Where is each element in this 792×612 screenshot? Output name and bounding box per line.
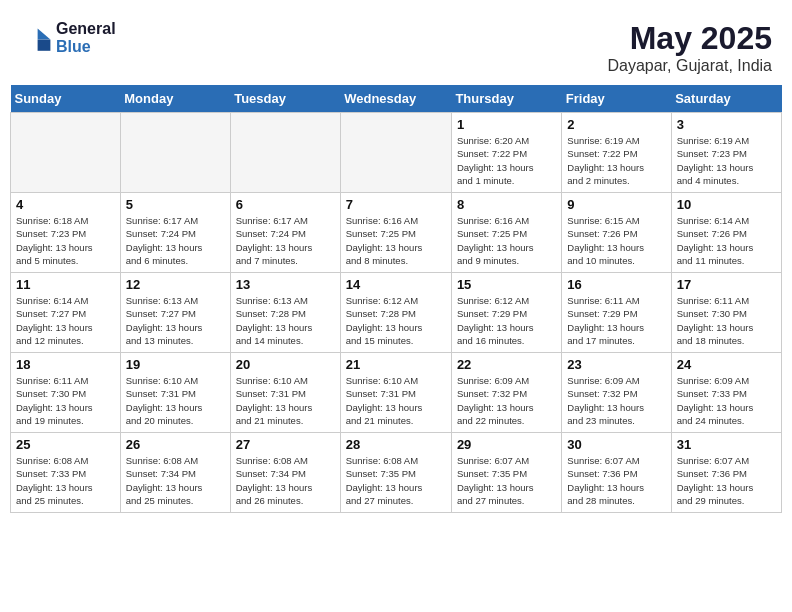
day-info: Sunrise: 6:09 AM Sunset: 7:33 PM Dayligh… — [677, 374, 776, 427]
calendar-cell: 6Sunrise: 6:17 AM Sunset: 7:24 PM Daylig… — [230, 193, 340, 273]
day-info: Sunrise: 6:14 AM Sunset: 7:27 PM Dayligh… — [16, 294, 115, 347]
location-text: Dayapar, Gujarat, India — [607, 57, 772, 75]
day-info: Sunrise: 6:16 AM Sunset: 7:25 PM Dayligh… — [346, 214, 446, 267]
calendar-cell — [120, 113, 230, 193]
calendar-cell — [230, 113, 340, 193]
logo-icon — [20, 22, 52, 54]
day-number: 4 — [16, 197, 115, 212]
calendar-cell: 30Sunrise: 6:07 AM Sunset: 7:36 PM Dayli… — [562, 433, 671, 513]
day-info: Sunrise: 6:17 AM Sunset: 7:24 PM Dayligh… — [236, 214, 335, 267]
day-number: 14 — [346, 277, 446, 292]
day-number: 11 — [16, 277, 115, 292]
calendar-cell: 7Sunrise: 6:16 AM Sunset: 7:25 PM Daylig… — [340, 193, 451, 273]
calendar-cell: 25Sunrise: 6:08 AM Sunset: 7:33 PM Dayli… — [11, 433, 121, 513]
calendar-cell: 2Sunrise: 6:19 AM Sunset: 7:22 PM Daylig… — [562, 113, 671, 193]
calendar-week-3: 11Sunrise: 6:14 AM Sunset: 7:27 PM Dayli… — [11, 273, 782, 353]
calendar-cell: 5Sunrise: 6:17 AM Sunset: 7:24 PM Daylig… — [120, 193, 230, 273]
month-title: May 2025 — [607, 20, 772, 57]
calendar-table: SundayMondayTuesdayWednesdayThursdayFrid… — [10, 85, 782, 513]
day-info: Sunrise: 6:16 AM Sunset: 7:25 PM Dayligh… — [457, 214, 556, 267]
day-number: 23 — [567, 357, 665, 372]
day-number: 21 — [346, 357, 446, 372]
logo-blue-text: Blue — [56, 38, 116, 56]
calendar-cell: 22Sunrise: 6:09 AM Sunset: 7:32 PM Dayli… — [451, 353, 561, 433]
calendar-cell: 4Sunrise: 6:18 AM Sunset: 7:23 PM Daylig… — [11, 193, 121, 273]
weekday-header-saturday: Saturday — [671, 85, 781, 113]
logo: General Blue — [20, 20, 116, 55]
calendar-cell: 14Sunrise: 6:12 AM Sunset: 7:28 PM Dayli… — [340, 273, 451, 353]
day-info: Sunrise: 6:07 AM Sunset: 7:36 PM Dayligh… — [677, 454, 776, 507]
calendar-cell: 17Sunrise: 6:11 AM Sunset: 7:30 PM Dayli… — [671, 273, 781, 353]
day-info: Sunrise: 6:13 AM Sunset: 7:28 PM Dayligh… — [236, 294, 335, 347]
day-info: Sunrise: 6:14 AM Sunset: 7:26 PM Dayligh… — [677, 214, 776, 267]
day-number: 13 — [236, 277, 335, 292]
calendar-cell: 3Sunrise: 6:19 AM Sunset: 7:23 PM Daylig… — [671, 113, 781, 193]
day-info: Sunrise: 6:18 AM Sunset: 7:23 PM Dayligh… — [16, 214, 115, 267]
calendar-cell: 15Sunrise: 6:12 AM Sunset: 7:29 PM Dayli… — [451, 273, 561, 353]
title-area: May 2025 Dayapar, Gujarat, India — [607, 20, 772, 75]
day-number: 7 — [346, 197, 446, 212]
day-number: 6 — [236, 197, 335, 212]
calendar-cell: 13Sunrise: 6:13 AM Sunset: 7:28 PM Dayli… — [230, 273, 340, 353]
day-number: 17 — [677, 277, 776, 292]
day-number: 10 — [677, 197, 776, 212]
day-info: Sunrise: 6:10 AM Sunset: 7:31 PM Dayligh… — [126, 374, 225, 427]
calendar-header: General Blue May 2025 Dayapar, Gujarat, … — [10, 10, 782, 80]
calendar-cell — [11, 113, 121, 193]
calendar-cell: 8Sunrise: 6:16 AM Sunset: 7:25 PM Daylig… — [451, 193, 561, 273]
day-number: 18 — [16, 357, 115, 372]
calendar-cell: 11Sunrise: 6:14 AM Sunset: 7:27 PM Dayli… — [11, 273, 121, 353]
day-number: 27 — [236, 437, 335, 452]
day-number: 30 — [567, 437, 665, 452]
day-number: 3 — [677, 117, 776, 132]
day-info: Sunrise: 6:20 AM Sunset: 7:22 PM Dayligh… — [457, 134, 556, 187]
day-number: 9 — [567, 197, 665, 212]
calendar-cell: 9Sunrise: 6:15 AM Sunset: 7:26 PM Daylig… — [562, 193, 671, 273]
day-info: Sunrise: 6:12 AM Sunset: 7:28 PM Dayligh… — [346, 294, 446, 347]
calendar-cell: 24Sunrise: 6:09 AM Sunset: 7:33 PM Dayli… — [671, 353, 781, 433]
day-number: 12 — [126, 277, 225, 292]
logo-general-text: General — [56, 20, 116, 38]
day-info: Sunrise: 6:11 AM Sunset: 7:29 PM Dayligh… — [567, 294, 665, 347]
day-number: 28 — [346, 437, 446, 452]
day-number: 25 — [16, 437, 115, 452]
day-info: Sunrise: 6:08 AM Sunset: 7:33 PM Dayligh… — [16, 454, 115, 507]
calendar-cell: 16Sunrise: 6:11 AM Sunset: 7:29 PM Dayli… — [562, 273, 671, 353]
day-info: Sunrise: 6:08 AM Sunset: 7:34 PM Dayligh… — [236, 454, 335, 507]
svg-marker-1 — [38, 39, 51, 50]
svg-marker-0 — [38, 28, 51, 39]
day-info: Sunrise: 6:11 AM Sunset: 7:30 PM Dayligh… — [16, 374, 115, 427]
day-info: Sunrise: 6:07 AM Sunset: 7:36 PM Dayligh… — [567, 454, 665, 507]
calendar-cell — [340, 113, 451, 193]
day-info: Sunrise: 6:07 AM Sunset: 7:35 PM Dayligh… — [457, 454, 556, 507]
day-info: Sunrise: 6:11 AM Sunset: 7:30 PM Dayligh… — [677, 294, 776, 347]
calendar-cell: 1Sunrise: 6:20 AM Sunset: 7:22 PM Daylig… — [451, 113, 561, 193]
day-info: Sunrise: 6:08 AM Sunset: 7:35 PM Dayligh… — [346, 454, 446, 507]
calendar-cell: 28Sunrise: 6:08 AM Sunset: 7:35 PM Dayli… — [340, 433, 451, 513]
day-info: Sunrise: 6:12 AM Sunset: 7:29 PM Dayligh… — [457, 294, 556, 347]
calendar-cell: 27Sunrise: 6:08 AM Sunset: 7:34 PM Dayli… — [230, 433, 340, 513]
day-number: 16 — [567, 277, 665, 292]
calendar-cell: 29Sunrise: 6:07 AM Sunset: 7:35 PM Dayli… — [451, 433, 561, 513]
calendar-cell: 20Sunrise: 6:10 AM Sunset: 7:31 PM Dayli… — [230, 353, 340, 433]
day-info: Sunrise: 6:19 AM Sunset: 7:23 PM Dayligh… — [677, 134, 776, 187]
calendar-cell: 10Sunrise: 6:14 AM Sunset: 7:26 PM Dayli… — [671, 193, 781, 273]
calendar-week-2: 4Sunrise: 6:18 AM Sunset: 7:23 PM Daylig… — [11, 193, 782, 273]
day-info: Sunrise: 6:10 AM Sunset: 7:31 PM Dayligh… — [236, 374, 335, 427]
weekday-header-friday: Friday — [562, 85, 671, 113]
day-number: 1 — [457, 117, 556, 132]
weekday-header-wednesday: Wednesday — [340, 85, 451, 113]
day-number: 15 — [457, 277, 556, 292]
day-info: Sunrise: 6:13 AM Sunset: 7:27 PM Dayligh… — [126, 294, 225, 347]
day-info: Sunrise: 6:08 AM Sunset: 7:34 PM Dayligh… — [126, 454, 225, 507]
day-number: 31 — [677, 437, 776, 452]
calendar-week-1: 1Sunrise: 6:20 AM Sunset: 7:22 PM Daylig… — [11, 113, 782, 193]
day-number: 24 — [677, 357, 776, 372]
day-info: Sunrise: 6:19 AM Sunset: 7:22 PM Dayligh… — [567, 134, 665, 187]
day-info: Sunrise: 6:09 AM Sunset: 7:32 PM Dayligh… — [567, 374, 665, 427]
day-info: Sunrise: 6:15 AM Sunset: 7:26 PM Dayligh… — [567, 214, 665, 267]
day-number: 8 — [457, 197, 556, 212]
day-number: 5 — [126, 197, 225, 212]
weekday-header-monday: Monday — [120, 85, 230, 113]
day-number: 19 — [126, 357, 225, 372]
